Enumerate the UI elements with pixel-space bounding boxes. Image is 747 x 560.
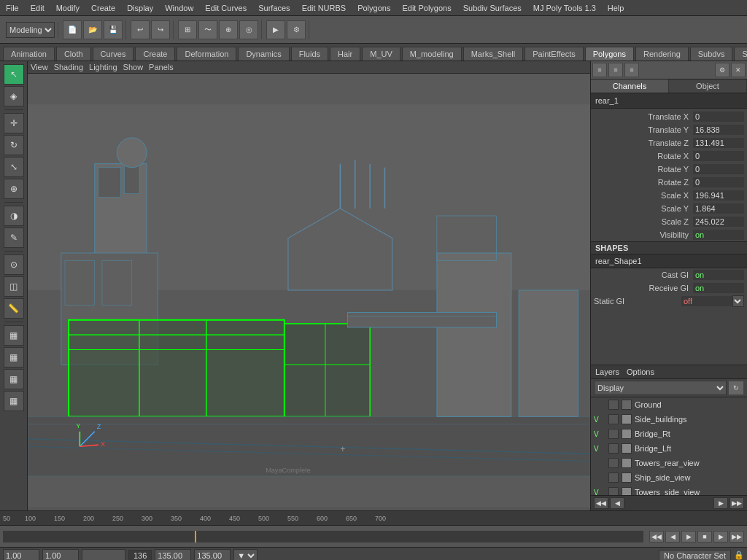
snap-view[interactable]: ◎: [239, 20, 258, 39]
channel-value-rx[interactable]: 0: [693, 151, 744, 161]
viewport-canvas[interactable]: + Z X Y MayaComplete: [28, 74, 590, 507]
viewport-menu-show[interactable]: Show: [123, 63, 144, 71]
tab-polygons[interactable]: Polygons: [585, 47, 634, 61]
channel-value-sz[interactable]: 245.022: [693, 217, 744, 227]
static-gi-dropdown[interactable]: ▼: [732, 295, 744, 307]
channel-value-sx[interactable]: 196.941: [693, 190, 744, 201]
layers-scroll-prev[interactable]: ◀: [610, 497, 624, 509]
channel-value-ty[interactable]: 16.838: [693, 125, 744, 135]
measure[interactable]: 📏: [4, 298, 24, 319]
layer-cb-2[interactable]: [608, 429, 619, 439]
menu-item-create[interactable]: Create: [85, 2, 121, 14]
layer-vis-6[interactable]: V: [594, 489, 605, 496]
layer-cb-6[interactable]: [608, 487, 619, 495]
layer-vis-2[interactable]: V: [594, 430, 605, 438]
sculpt[interactable]: ✎: [4, 228, 24, 248]
soft-mod[interactable]: ◑: [4, 206, 24, 226]
menu-item-mj-poly[interactable]: MJ Poly Tools 1.3: [527, 2, 602, 14]
channels-tab[interactable]: Channels: [591, 79, 669, 93]
tab-subdvs[interactable]: Subdvs: [690, 47, 733, 61]
menu-item-display[interactable]: Display: [121, 2, 159, 14]
viewport-menu-shading[interactable]: Shading: [54, 63, 83, 71]
channel-value-ry[interactable]: 0: [693, 164, 744, 174]
panel-settings[interactable]: ⚙: [715, 63, 729, 77]
render-settings[interactable]: ⚙: [287, 20, 306, 39]
end-frame-dropdown[interactable]: ▼: [233, 549, 258, 561]
timeline-ruler[interactable]: 50 100 150 200 250 300 350 400 450 500 5…: [0, 511, 747, 526]
channel-value-sy[interactable]: 1.864: [693, 203, 744, 214]
tab-cloth[interactable]: Cloth: [56, 47, 91, 61]
layer-cb-3[interactable]: [608, 443, 619, 454]
layer-vis-3[interactable]: V: [594, 445, 605, 453]
channel-value-vis[interactable]: on: [693, 230, 744, 240]
start-frame-input[interactable]: [155, 549, 191, 561]
snap-curve[interactable]: 〜: [198, 20, 217, 39]
layers-scroll-right[interactable]: ▶▶: [729, 497, 744, 509]
menu-item-window[interactable]: Window: [159, 2, 199, 14]
tab-hair[interactable]: Hair: [330, 47, 360, 61]
panel-close[interactable]: ✕: [731, 63, 746, 77]
tab-curves[interactable]: Curves: [93, 47, 134, 61]
viewport-menu-panels[interactable]: Panels: [149, 63, 174, 71]
show-manip[interactable]: ⊙: [4, 254, 24, 275]
paint-select[interactable]: ◈: [4, 86, 24, 106]
layers-refresh-btn[interactable]: ↻: [728, 381, 744, 395]
viewport[interactable]: View Shading Lighting Show Panels: [28, 61, 590, 510]
tab-rendering[interactable]: Rendering: [635, 47, 689, 61]
panel-btn-3[interactable]: ≡: [624, 63, 639, 77]
end-frame-input[interactable]: [194, 549, 231, 561]
tab-marks[interactable]: Marks_Shell: [463, 47, 524, 61]
menu-item-modify[interactable]: Modify: [50, 2, 85, 14]
first-frame-btn[interactable]: ◀◀: [649, 531, 664, 542]
layer-cb-4[interactable]: [608, 458, 619, 468]
scale-tool[interactable]: ⤡: [4, 157, 24, 177]
move-tool[interactable]: ✛: [4, 113, 24, 133]
tab-deformation[interactable]: Deformation: [177, 47, 236, 61]
tab-fluids[interactable]: Fluids: [291, 47, 328, 61]
tab-create[interactable]: Create: [135, 47, 175, 61]
menu-item-edit-curves[interactable]: Edit Curves: [199, 2, 252, 14]
snap-point[interactable]: ⊕: [219, 20, 238, 39]
range-slider[interactable]: [82, 549, 125, 561]
stop-btn[interactable]: ■: [697, 531, 712, 542]
layer-vis-1[interactable]: V: [594, 416, 605, 424]
select-tool[interactable]: ↖: [4, 64, 24, 85]
layers-display-select[interactable]: Display: [594, 381, 727, 395]
menu-item-help[interactable]: Help: [602, 2, 630, 14]
timeline-track[interactable]: [3, 531, 643, 542]
layers-options-label[interactable]: Options: [627, 368, 654, 376]
channel-value-cast-gi[interactable]: on: [693, 270, 744, 280]
tab-animation[interactable]: Animation: [3, 47, 55, 61]
panel-btn-1[interactable]: ≡: [592, 63, 607, 77]
universal-manip[interactable]: ⊕: [4, 179, 24, 199]
new-btn[interactable]: 📄: [63, 20, 82, 39]
layer-cb-1[interactable]: [608, 414, 619, 424]
prev-frame-btn[interactable]: ◀: [665, 531, 680, 542]
frame-range-start[interactable]: [3, 549, 39, 561]
render-btn[interactable]: ▶: [266, 20, 285, 39]
open-btn[interactable]: 📂: [83, 20, 102, 39]
layer-cb-0[interactable]: [608, 400, 619, 410]
channel-value-tx[interactable]: 0: [693, 112, 744, 122]
panel-btn-2[interactable]: ≡: [608, 63, 623, 77]
viewport-menu-view[interactable]: View: [31, 63, 48, 71]
menu-item-surfaces[interactable]: Surfaces: [252, 2, 295, 14]
tab-surfaces[interactable]: Surfaces: [734, 47, 747, 61]
layers-label[interactable]: Layers: [595, 368, 619, 376]
menu-item-polygons[interactable]: Polygons: [352, 2, 396, 14]
menu-item-edit-polygons[interactable]: Edit Polygons: [396, 2, 457, 14]
channel-value-rz[interactable]: 0: [693, 177, 744, 187]
undo-btn[interactable]: ↩: [131, 20, 150, 39]
mode-selector[interactable]: Modeling: [6, 22, 55, 38]
channel-value-receive-gi[interactable]: on: [693, 283, 744, 293]
snap-align[interactable]: ◫: [4, 276, 24, 297]
channel-value-tz[interactable]: 131.491: [693, 138, 744, 148]
redo-btn[interactable]: ↪: [151, 20, 170, 39]
rotate-tool[interactable]: ↻: [4, 135, 24, 155]
tab-dynamics[interactable]: Dynamics: [238, 47, 289, 61]
tab-m-uv[interactable]: M_UV: [362, 47, 400, 61]
last-frame-btn[interactable]: ▶▶: [729, 531, 744, 542]
tab-m-modeling[interactable]: M_modeling: [402, 47, 462, 61]
layout-btn-2[interactable]: ▦: [4, 347, 24, 368]
menu-item-file[interactable]: File: [0, 2, 25, 14]
